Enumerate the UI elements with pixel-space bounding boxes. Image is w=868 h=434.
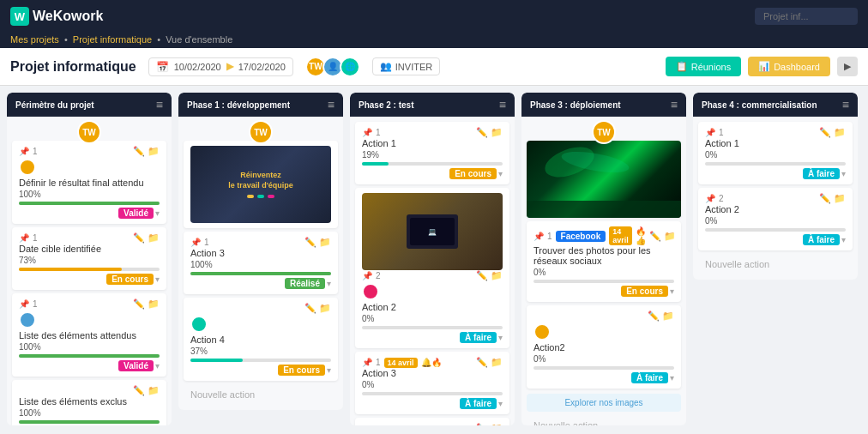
card-status-dropdown[interactable]: ▾ [841, 169, 846, 178]
card-status-badge[interactable]: À faire [460, 332, 497, 343]
card-status-dropdown[interactable]: ▾ [670, 373, 674, 383]
card-folder-icon[interactable]: 📁 [662, 310, 674, 322]
card-phase3-1[interactable]: ✏️ 📁 Action20% À faire ▾ [527, 305, 681, 389]
card-folder-icon[interactable]: 📁 [148, 385, 160, 396]
column-body-perimetre: 📌1 ✏️ 📁 Définir le résultat final attend… [7, 136, 172, 425]
search-input[interactable] [755, 8, 858, 25]
card-edit-icon[interactable]: ✏️ [476, 270, 488, 281]
card-folder-icon[interactable]: 📁 [319, 303, 331, 314]
card-status-badge[interactable]: À faire [803, 168, 840, 179]
card-status-dropdown[interactable]: ▾ [841, 235, 846, 244]
column-menu-icon-phase2[interactable]: ≡ [499, 98, 506, 112]
card-folder-icon[interactable]: 📁 [491, 127, 503, 138]
breadcrumb-sep1: • [64, 34, 68, 45]
explore-images-button[interactable]: Explorer nos images [527, 394, 681, 412]
card-status-badge[interactable]: En cours [278, 365, 325, 376]
card-edit-icon[interactable]: ✏️ [133, 298, 145, 310]
card-folder-icon[interactable]: 📁 [148, 146, 160, 157]
project-header: Projet informatique 📅 10/02/2020 ▶ 17/02… [0, 48, 868, 86]
card-pin-icon: 📌 [705, 194, 715, 203]
new-action-phase3[interactable]: Nouvelle action [527, 415, 681, 425]
card-status-badge[interactable]: Validé [118, 360, 154, 371]
card-status-dropdown[interactable]: ▾ [498, 333, 503, 342]
card-edit-icon[interactable]: ✏️ [649, 231, 661, 242]
card-phase2-2[interactable]: 📌114 avril🔔🔥 ✏️ 📁 Action 30% À faire ▾ [355, 352, 509, 414]
card-phase2-0[interactable]: 📌1 ✏️ 📁 Action 119% En cours ▾ [355, 122, 509, 184]
new-action-phase1[interactable]: Nouvelle action [184, 384, 338, 405]
breadcrumb-projet-informatique[interactable]: Projet informatique [73, 34, 152, 45]
card-folder-icon[interactable]: 📁 [834, 127, 846, 138]
column-avatar-img-phase1: TW [249, 120, 273, 144]
card-edit-icon[interactable]: ✏️ [304, 237, 316, 248]
card-phase4-1[interactable]: 📌2 ✏️ 📁 Action 20% À faire ▾ [698, 188, 853, 250]
card-status-dropdown[interactable]: ▾ [670, 286, 674, 296]
card-status-badge[interactable]: En cours [621, 286, 668, 297]
card-edit-icon[interactable]: ✏️ [133, 146, 145, 157]
date-range: 📅 10/02/2020 ▶ 17/02/2020 [148, 57, 293, 76]
card-status-dropdown[interactable]: ▾ [155, 208, 160, 218]
column-phase1: Phase 1 : développement ≡TW Réinventezle… [178, 93, 343, 410]
card-title: Action 3 [362, 368, 503, 378]
column-menu-icon-phase4[interactable]: ≡ [842, 98, 849, 112]
card-status-badge[interactable]: À faire [460, 398, 497, 409]
card-perimetre-0[interactable]: 📌1 ✏️ 📁 Définir le résultat final attend… [12, 141, 166, 224]
card-folder-icon[interactable]: 📁 [664, 231, 676, 242]
card-edit-icon[interactable]: ✏️ [476, 127, 488, 138]
card-title: Trouver des photos pour les réseaux soci… [533, 245, 674, 266]
more-button[interactable]: ▶ [837, 57, 858, 76]
column-menu-icon-phase1[interactable]: ≡ [328, 98, 335, 112]
card-perimetre-3[interactable]: ✏️ 📁 Liste des éléments exclus100% Valid… [12, 380, 166, 425]
card-folder-icon[interactable]: 📁 [834, 193, 846, 204]
card-phase1-1[interactable]: ✏️ 📁 Action 437% En cours ▾ [184, 298, 338, 381]
card-folder-icon[interactable]: 📁 [491, 270, 503, 281]
card-progress-fill [19, 268, 122, 271]
card-progress-bar [705, 228, 846, 232]
card-folder-icon[interactable]: 📁 [148, 298, 160, 310]
card-edit-icon[interactable]: ✏️ [476, 357, 488, 368]
dashboard-button[interactable]: 📊 Dashboard [748, 57, 830, 76]
card-progress-fill [190, 272, 331, 275]
card-edit-icon[interactable]: ✏️ [133, 385, 145, 396]
card-percent: 19% [362, 150, 503, 160]
new-action-phase4[interactable]: Nouvelle action [698, 254, 853, 274]
card-status-badge[interactable]: À faire [631, 372, 668, 383]
card-status-dropdown[interactable]: ▾ [155, 274, 160, 284]
card-edit-icon[interactable]: ✏️ [133, 232, 145, 244]
card-edit-icon[interactable]: ✏️ [304, 303, 316, 314]
breadcrumb-mes-projets[interactable]: Mes projets [10, 34, 59, 45]
card-status-badge[interactable]: Validé [118, 208, 154, 219]
card-status-dropdown[interactable]: ▾ [327, 279, 331, 288]
column-title-phase4: Phase 4 : commercialisation [702, 100, 817, 110]
card-status-dropdown[interactable]: ▾ [155, 361, 160, 371]
card-status-dropdown[interactable]: ▾ [498, 169, 503, 178]
card-reinventez[interactable]: Réinventezle travail d'équipe [184, 141, 338, 228]
column-menu-icon-perimetre[interactable]: ≡ [156, 98, 163, 112]
card-status-badge[interactable]: En cours [449, 168, 497, 179]
card-edit-icon[interactable]: ✏️ [648, 310, 660, 322]
card-edit-icon[interactable]: ✏️ [819, 193, 831, 204]
column-menu-icon-phase3[interactable]: ≡ [671, 98, 678, 112]
card-status-dropdown[interactable]: ▾ [327, 365, 331, 375]
logo: W WeKowork [10, 7, 103, 26]
card-perimetre-1[interactable]: 📌1 ✏️ 📁 Date cible identifiée73% En cour… [12, 227, 166, 290]
card-phase4-0[interactable]: 📌1 ✏️ 📁 Action 10% À faire ▾ [698, 122, 853, 184]
card-status-dropdown[interactable]: ▾ [498, 399, 503, 408]
card-edit-icon[interactable]: ✏️ [476, 423, 488, 425]
card-phase2-1[interactable]: 💻 📌2 ✏️ 📁 Action 20% À faire ▾ [355, 188, 509, 348]
card-phase2-3[interactable]: ✏️ 📁 Action 40% À faire ▾ [355, 418, 509, 425]
card-folder-icon[interactable]: 📁 [319, 237, 331, 248]
card-phase1-0[interactable]: 📌1 ✏️ 📁 Action 3100% Réalisé ▾ [184, 232, 338, 294]
card-status-badge[interactable]: En cours [106, 274, 154, 285]
card-phase3-0[interactable]: 📌1Facebook14 avril🔥👍 ✏️ 📁 Trouver des ph… [527, 221, 681, 302]
card-folder-icon[interactable]: 📁 [491, 357, 503, 368]
reunions-button[interactable]: 📋 Réunions [666, 57, 741, 76]
card-perimetre-2[interactable]: 📌1 ✏️ 📁 Liste des éléments attendus100% … [12, 293, 166, 377]
card-percent: 0% [533, 268, 674, 277]
card-folder-icon[interactable]: 📁 [491, 423, 503, 425]
card-edit-icon[interactable]: ✏️ [819, 127, 831, 138]
card-folder-icon[interactable]: 📁 [148, 232, 160, 244]
card-status-badge[interactable]: À faire [803, 234, 840, 245]
card-percent: 37% [190, 347, 331, 356]
card-status-badge[interactable]: Réalisé [285, 278, 325, 289]
invite-button[interactable]: 👥 INVITER [372, 57, 440, 75]
